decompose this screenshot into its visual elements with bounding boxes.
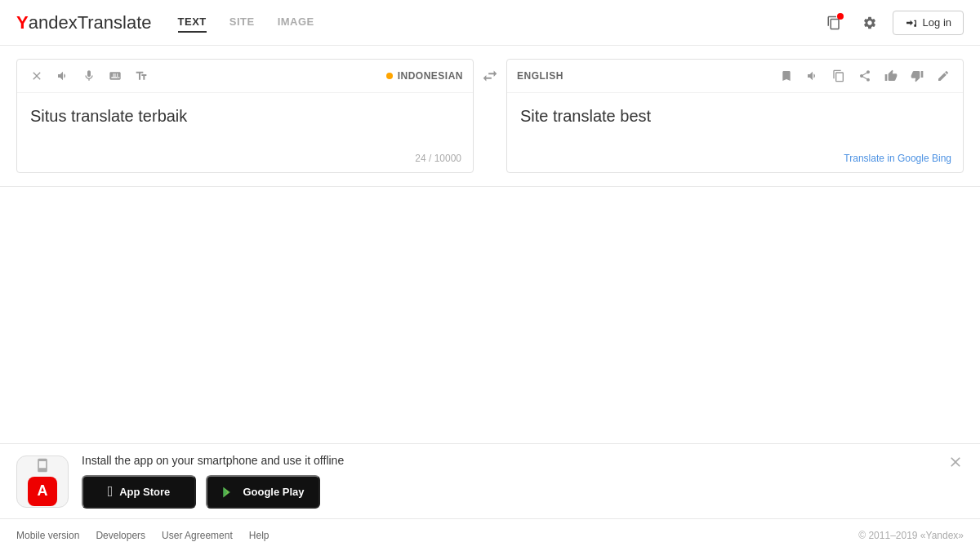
clipboard-icon[interactable] — [821, 10, 847, 36]
notification-dot — [837, 13, 844, 20]
lang-status-dot — [386, 73, 393, 79]
target-panel-body: Site translate best — [507, 93, 963, 158]
speaker-icon[interactable] — [53, 66, 73, 86]
logo-brand: andex — [29, 12, 78, 33]
banner-title: Install the app on your smartphone and u… — [82, 454, 344, 467]
app-logo-badge: A — [28, 477, 57, 506]
app-store-button[interactable]:  App Store — [82, 475, 196, 509]
play-icon — [221, 485, 236, 500]
settings-icon[interactable] — [857, 10, 883, 36]
source-text[interactable]: Situs translate terbaik — [30, 104, 460, 127]
target-text: Site translate best — [520, 104, 950, 127]
footer-help-link[interactable]: Help — [249, 530, 270, 541]
translate-in-info: Translate in Google Bing — [844, 153, 951, 164]
char-count: 24 / 10000 — [415, 153, 461, 164]
google-link[interactable]: Google — [898, 153, 929, 164]
google-play-button[interactable]: Google Play — [206, 475, 320, 509]
thumbs-down-icon[interactable] — [907, 66, 927, 86]
banner-text-area: Install the app on your smartphone and u… — [82, 454, 344, 509]
target-panel: ENGLISH — [506, 59, 964, 173]
source-panel: INDONESIAN Situs translate terbaik 24 / … — [16, 59, 474, 173]
target-panel-header: ENGLISH — [507, 60, 963, 93]
login-label: Log in — [923, 16, 951, 29]
nav-tab-site[interactable]: SITE — [229, 12, 255, 33]
copy-icon[interactable] — [829, 66, 849, 86]
swap-button[interactable] — [474, 59, 506, 173]
empty-space — [0, 187, 980, 443]
nav-tabs: TEXT SITE IMAGE — [178, 12, 314, 33]
target-lang-label: ENGLISH — [517, 70, 564, 82]
keyboard-icon[interactable] — [105, 66, 125, 86]
logo-service: Translate — [78, 12, 152, 33]
translator-area: INDONESIAN Situs translate terbaik 24 / … — [0, 46, 980, 187]
app-icon: A — [16, 455, 69, 508]
header: Y andex Translate TEXT SITE IMAGE Log in — [0, 0, 980, 46]
bing-link[interactable]: Bing — [932, 153, 951, 164]
microphone-icon[interactable] — [79, 66, 99, 86]
source-lang-indicator[interactable]: INDONESIAN — [386, 70, 463, 82]
share-icon[interactable] — [855, 66, 875, 86]
store-buttons:  App Store Google Play — [82, 475, 344, 509]
logo: Y andex Translate — [16, 12, 152, 33]
footer-mobile-link[interactable]: Mobile version — [16, 530, 79, 541]
source-panel-body: Situs translate terbaik — [17, 93, 473, 158]
login-icon — [905, 16, 918, 29]
login-button[interactable]: Log in — [893, 11, 964, 35]
nav-tab-text[interactable]: TEXT — [178, 12, 207, 33]
close-banner-button[interactable] — [947, 454, 964, 474]
footer-copyright: © 2011–2019 «Yandex» — [858, 530, 964, 541]
source-lang-label: INDONESIAN — [398, 70, 463, 82]
source-panel-header: INDONESIAN — [17, 60, 473, 93]
footer-user-agreement-link[interactable]: User Agreement — [162, 530, 233, 541]
nav-tab-image[interactable]: IMAGE — [278, 12, 314, 33]
footer-developers-link[interactable]: Developers — [96, 530, 145, 541]
thumbs-up-icon[interactable] — [881, 66, 901, 86]
logo-yandex: Y — [16, 12, 29, 33]
text-style-icon[interactable] — [131, 66, 151, 86]
footer: Mobile version Developers User Agreement… — [0, 518, 980, 551]
header-right: Log in — [821, 10, 964, 36]
apple-icon:  — [108, 483, 114, 500]
app-banner: A Install the app on your smartphone and… — [0, 443, 980, 518]
edit-icon[interactable] — [933, 66, 953, 86]
bookmark-icon[interactable] — [777, 66, 796, 86]
main-content: INDONESIAN Situs translate terbaik 24 / … — [0, 46, 980, 518]
target-speaker-icon[interactable] — [803, 66, 822, 86]
clear-icon[interactable] — [27, 66, 47, 86]
phone-icon — [34, 457, 51, 473]
